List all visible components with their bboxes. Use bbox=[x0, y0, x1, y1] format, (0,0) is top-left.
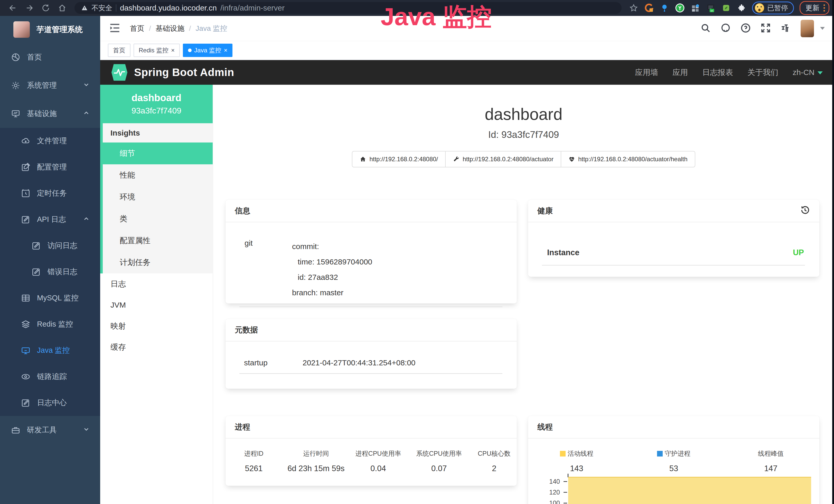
fullscreen-icon[interactable] bbox=[761, 23, 771, 34]
instance-health-url-button[interactable]: http://192.168.0.2:48080/actuator/health bbox=[561, 151, 695, 167]
threads-legend: 活动线程 守护进程 线程峰值 bbox=[528, 438, 819, 458]
tab-redis-monitor[interactable]: Redis 监控× bbox=[134, 44, 180, 57]
sba-nav-about[interactable]: 关于我们 bbox=[747, 67, 778, 78]
app-title: 芋道管理系统 bbox=[37, 24, 83, 35]
extensions-puzzle-icon[interactable] bbox=[737, 3, 746, 13]
cloud-upload-icon bbox=[21, 136, 30, 145]
sidebar-item-file-management[interactable]: 文件管理 bbox=[0, 128, 100, 154]
sba-nav-wallboard[interactable]: 应用墙 bbox=[635, 67, 658, 78]
chevron-up-icon bbox=[83, 109, 90, 118]
sba-sidebar-details[interactable]: 细节 bbox=[100, 142, 213, 164]
extension-icon-grid[interactable] bbox=[690, 3, 700, 13]
active-tab-dot bbox=[188, 48, 192, 52]
extension-icon-orange[interactable] bbox=[644, 3, 654, 13]
sba-nav-journal[interactable]: 日志报表 bbox=[702, 67, 733, 78]
sidebar-item-access-log[interactable]: 访问日志 bbox=[0, 233, 100, 259]
extension-icon-list-on[interactable]: on bbox=[706, 3, 716, 13]
git-time-line: time: 1596289704000 bbox=[292, 254, 372, 270]
y-tickmark bbox=[564, 503, 567, 503]
gear-icon bbox=[11, 81, 20, 90]
spring-boot-admin-logo bbox=[111, 64, 127, 81]
metadata-startup-row: startup 2021-04-27T00:44:31.254+08:00 bbox=[225, 342, 517, 367]
address-bar[interactable]: 不安全 dashboard.yudao.iocoder.cn /infra/ad… bbox=[74, 2, 621, 14]
y-tick-100: 100 bbox=[535, 499, 560, 504]
sba-language-selector[interactable]: zh-CN bbox=[793, 68, 823, 77]
user-avatar[interactable] bbox=[800, 20, 814, 37]
sidebar-item-dev-tools[interactable]: 研发工具 bbox=[0, 416, 100, 444]
sidebar-item-config-management[interactable]: 配置管理 bbox=[0, 154, 100, 180]
sba-nav-applications[interactable]: 应用 bbox=[673, 67, 688, 78]
sidebar-submenu-infra: 文件管理 配置管理 定时任务 API 日志 访问日志 bbox=[0, 128, 100, 416]
sba-main-content: dashboard Id: 93a3fc7f7409 http://192.16… bbox=[213, 85, 834, 504]
sba-sidebar-scheduled-tasks[interactable]: 计划任务 bbox=[103, 252, 213, 273]
tab-java-monitor[interactable]: Java 监控× bbox=[183, 44, 233, 57]
sidebar-item-label: API 日志 bbox=[37, 214, 66, 225]
instance-home-url-button[interactable]: http://192.168.0.2:48080/ bbox=[352, 151, 446, 167]
browser-back-button[interactable] bbox=[7, 2, 19, 14]
health-card-header: 健康 bbox=[528, 200, 819, 222]
live-threads-area-series bbox=[568, 477, 811, 504]
profile-emoji-icon bbox=[755, 3, 764, 13]
sba-sidebar-caches[interactable]: 缓存 bbox=[100, 337, 213, 358]
instance-heading: dashboard Id: 93a3fc7f7409 bbox=[213, 105, 834, 140]
github-icon[interactable] bbox=[721, 23, 731, 34]
threads-values: 143 53 147 bbox=[528, 464, 819, 473]
legend-label: 活动线程 bbox=[568, 450, 593, 457]
sba-section-insights: Insights bbox=[103, 123, 213, 142]
value-uptime: 6d 23h 15m 59s bbox=[282, 464, 350, 473]
url-label: http://192.168.0.2:48080/actuator/health bbox=[578, 156, 687, 163]
hamburger-icon[interactable] bbox=[109, 23, 120, 33]
search-icon[interactable] bbox=[700, 23, 711, 34]
sba-sidebar-config-props[interactable]: 配置属性 bbox=[103, 230, 213, 252]
sidebar-item-error-log[interactable]: 错误日志 bbox=[0, 259, 100, 285]
col-header-pid: 进程ID bbox=[225, 449, 282, 458]
value-cpus: 2 bbox=[471, 464, 517, 473]
sba-sidebar-jvm[interactable]: JVM bbox=[100, 295, 213, 316]
breadcrumb-infra[interactable]: 基础设施 bbox=[156, 24, 184, 33]
tab-home[interactable]: 首页 bbox=[108, 44, 130, 57]
sidebar-item-api-log[interactable]: API 日志 bbox=[0, 206, 100, 233]
browser-profile-badge[interactable]: 已暂停 bbox=[752, 2, 794, 15]
sba-sidebar-metrics[interactable]: 性能 bbox=[103, 164, 213, 186]
bookmark-star-icon[interactable] bbox=[629, 3, 639, 13]
browser-reload-button[interactable] bbox=[40, 2, 52, 14]
breadcrumb-home[interactable]: 首页 bbox=[130, 24, 144, 33]
sidebar-item-scheduled-jobs[interactable]: 定时任务 bbox=[0, 180, 100, 206]
sidebar-item-home[interactable]: 首页 bbox=[0, 43, 100, 71]
breadcrumb-separator: / bbox=[149, 24, 151, 32]
font-size-icon[interactable] bbox=[781, 23, 791, 34]
sba-sidebar-logs[interactable]: 日志 bbox=[100, 273, 213, 295]
instance-id: 93a3fc7f7409 bbox=[132, 106, 181, 116]
user-menu-caret-icon[interactable] bbox=[820, 27, 825, 30]
sidebar-item-log-center[interactable]: 日志中心 bbox=[0, 390, 100, 416]
tab-close-icon[interactable]: × bbox=[171, 47, 175, 53]
tab-label: Java 监控 bbox=[194, 46, 221, 54]
instance-actuator-url-button[interactable]: http://192.168.0.2:48080/actuator bbox=[445, 151, 561, 167]
sba-sidebar-classes[interactable]: 类 bbox=[103, 208, 213, 230]
url-label: http://192.168.0.2:48080/actuator bbox=[463, 156, 553, 163]
health-history-icon[interactable] bbox=[800, 205, 810, 217]
sba-sidebar-mappings[interactable]: 映射 bbox=[100, 316, 213, 337]
browser-menu-icon[interactable] bbox=[824, 4, 825, 12]
extension-icon-pin[interactable] bbox=[660, 3, 670, 13]
browser-update-button[interactable]: 更新 bbox=[799, 1, 829, 15]
sidebar-item-java-monitor[interactable]: Java 监控 bbox=[0, 337, 100, 364]
sidebar-item-mysql-monitor[interactable]: MySQL 监控 bbox=[0, 285, 100, 311]
process-table-header: 进程ID 运行时间 进程CPU使用率 系统CPU使用率 CPU核心数 bbox=[225, 449, 517, 458]
not-secure-warning-icon bbox=[81, 5, 88, 11]
sidebar-item-trace[interactable]: 链路追踪 bbox=[0, 364, 100, 390]
extension-icon-leaf[interactable] bbox=[721, 3, 731, 13]
sidebar-item-system[interactable]: 系统管理 bbox=[0, 71, 100, 100]
browser-home-button[interactable] bbox=[56, 2, 68, 14]
sidebar-item-infra[interactable]: 基础设施 bbox=[0, 100, 100, 128]
navbar-tools bbox=[700, 20, 825, 37]
process-card-title: 进程 bbox=[225, 416, 517, 438]
help-icon[interactable] bbox=[741, 23, 751, 34]
tab-label: Redis 监控 bbox=[139, 46, 169, 54]
browser-forward-button[interactable] bbox=[23, 2, 36, 14]
extension-icon-green-circle[interactable] bbox=[675, 3, 685, 13]
sba-sidebar-environment[interactable]: 环境 bbox=[103, 186, 213, 208]
dashboard-icon bbox=[11, 53, 20, 62]
tab-close-icon[interactable]: × bbox=[224, 47, 227, 53]
sidebar-item-redis-monitor[interactable]: Redis 监控 bbox=[0, 311, 100, 337]
